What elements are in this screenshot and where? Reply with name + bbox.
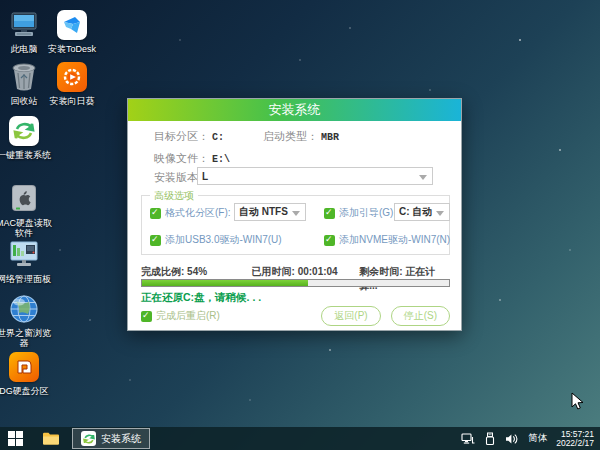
desktop-icon-sunflower[interactable]: 安装向日葵 [44,60,100,106]
add-boot-option[interactable]: 添加引导(G): [324,206,396,220]
taskbar-app-label: 安装系统 [101,432,141,446]
start-button[interactable] [0,427,30,450]
todesk-icon [55,8,89,42]
usb3-driver-option[interactable]: 添加USB3.0驱动-WIN7(U) [150,233,282,247]
checkbox-checked-icon[interactable] [324,208,335,219]
this-pc-icon [7,8,41,42]
mouse-cursor [571,392,584,415]
install-system-dialog: 安装系统 目标分区： C: 启动类型： MBR 映像文件： E:\ 安装版本： … [127,98,462,331]
chevron-down-icon [292,211,300,216]
taskbar-app-install-system[interactable]: 安装系统 [72,428,150,449]
restart-label: 完成后重启(R) [156,309,220,323]
desktop-icon-label: 网络管理面板 [0,274,52,284]
desktop-icon-browser[interactable]: 世界之窗浏览器 [0,292,52,348]
progress-bar [141,279,450,287]
chevron-down-icon [436,211,444,216]
usb3-driver-label: 添加USB3.0驱动-WIN7(U) [165,233,282,247]
desktop-icon-reinstall[interactable]: 一键重装系统 [0,114,52,160]
target-partition-value: C: [212,132,224,143]
taskbar: 安装系统 简体 15:57:21 [0,427,600,450]
boot-type-label: 启动类型： [263,130,318,142]
checkbox-checked-icon[interactable] [141,311,152,322]
dialog-title: 安装系统 [128,99,461,121]
format-partition-value: 自动 NTFS [239,205,288,219]
desktop-icon-label: 一键重装系统 [0,150,52,160]
boot-type-row: 启动类型： MBR [263,129,339,144]
install-version-value: L [202,171,208,182]
nvme-driver-option[interactable]: 添加NVME驱动-WIN7(N) [324,233,450,247]
checkbox-checked-icon[interactable] [324,235,335,246]
desktop-icon-network-panel[interactable]: 网络管理面板 [0,238,52,284]
install-version-select[interactable]: L [197,167,433,185]
format-partition-label: 格式化分区(F): [165,206,231,220]
mac-disk-icon [7,182,41,216]
nvme-driver-label: 添加NVME驱动-WIN7(N) [339,233,450,247]
progress-bar-fill [142,280,308,286]
taskbar-clock[interactable]: 15:57:21 2022/2/17 [552,430,600,448]
dg-partition-icon [7,350,41,384]
usb-tray-icon[interactable] [479,427,501,450]
advanced-options-legend: 高级选项 [150,189,198,203]
network-tray-icon[interactable] [457,427,479,450]
desktop-icon-dg-partition[interactable]: DG硬盘分区 [0,350,52,396]
image-file-label: 映像文件： [154,152,209,164]
checkbox-checked-icon[interactable] [150,235,161,246]
image-file-value: E:\ [212,154,230,165]
volume-tray-icon[interactable] [501,427,523,450]
advanced-options-group: 高级选项 格式化分区(F): 自动 NTFS 添加引导(G): C: 自动 添加… [141,195,450,255]
install-system-app-icon [81,431,96,446]
checkbox-checked-icon[interactable] [150,208,161,219]
target-partition-label: 目标分区： [154,130,209,142]
system-tray: 简体 15:57:21 2022/2/17 [457,427,600,450]
desktop-icon-mac-disk[interactable]: MAC硬盘读取软件 [0,182,52,238]
folder-icon [42,431,60,446]
restart-after-complete-option[interactable]: 完成后重启(R) [141,309,220,323]
format-partition-select[interactable]: 自动 NTFS [234,203,306,221]
stop-button[interactable]: 停止(S) [391,306,450,326]
add-boot-label: 添加引导(G): [339,206,396,220]
dialog-bottom-row: 完成后重启(R) 返回(P) 停止(S) [141,306,450,326]
desktop-icon-todesk[interactable]: 安装ToDesk [44,8,100,54]
network-panel-icon [7,238,41,272]
sunflower-icon [55,60,89,94]
recycle-bin-icon [7,60,41,94]
file-explorer-button[interactable] [36,427,66,450]
ime-indicator[interactable]: 简体 [523,432,552,445]
clock-date: 2022/2/17 [556,439,594,448]
format-partition-option[interactable]: 格式化分区(F): [150,206,231,220]
desktop-icon-label: 安装向日葵 [44,96,100,106]
back-button[interactable]: 返回(P) [321,306,380,326]
image-file-row: 映像文件： E:\ [154,151,230,166]
reinstall-system-icon [7,114,41,148]
add-boot-value: C: 自动 [399,205,432,219]
windows-logo-icon [8,431,23,446]
desktop-icon-label: MAC硬盘读取软件 [0,218,52,238]
desktop-icon-label: 安装ToDesk [44,44,100,54]
world-browser-icon [7,292,41,326]
boot-type-value: MBR [321,132,339,143]
status-text: 正在还原C:盘，请稍候. . . [141,291,261,305]
desktop-icon-label: DG硬盘分区 [0,386,52,396]
add-boot-select[interactable]: C: 自动 [394,203,450,221]
desktop-icon-label: 世界之窗浏览器 [0,328,52,348]
chevron-down-icon [419,175,427,180]
target-partition-row: 目标分区： C: [154,129,224,144]
